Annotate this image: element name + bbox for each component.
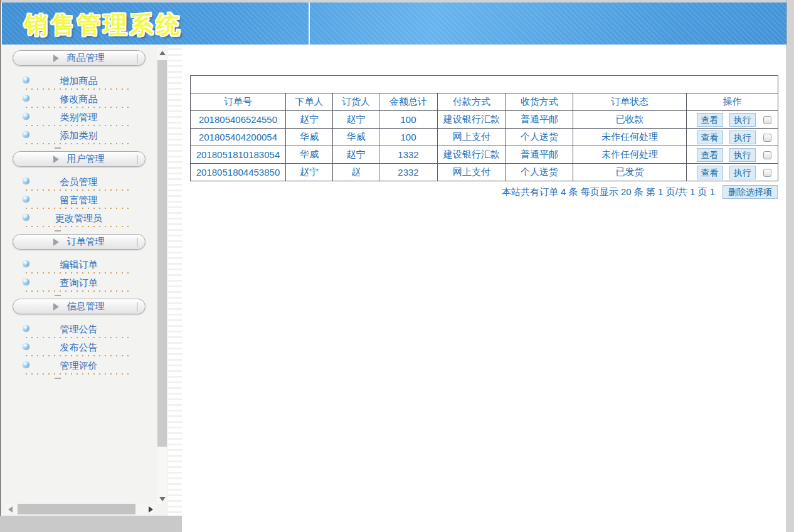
- cell-actions: 查看执行: [687, 164, 778, 181]
- sidebar-vertical-scrollbar[interactable]: [157, 48, 167, 504]
- dotted-divider: [26, 88, 132, 90]
- menu-item-manage-review[interactable]: 管理评价: [13, 359, 146, 377]
- row-checkbox[interactable]: [763, 134, 771, 142]
- window-right-edge: [786, 0, 794, 532]
- view-button[interactable]: 查看: [697, 166, 723, 179]
- header-divider: [309, 3, 310, 45]
- pill-mark: [137, 238, 138, 247]
- scroll-right-button[interactable]: [146, 504, 156, 514]
- menu-item-add-category[interactable]: 添加类别: [13, 129, 146, 147]
- table-title: 查看订单: [191, 76, 778, 93]
- cell-order-no: 2018051810183054: [191, 146, 286, 164]
- menu-item-label: 编辑订单: [60, 259, 98, 270]
- menu-item-manage-announcement[interactable]: 管理公告: [13, 322, 146, 341]
- group-button-product-management[interactable]: 商品管理: [13, 50, 146, 66]
- row-checkbox[interactable]: [763, 116, 771, 124]
- group-end-dash: [55, 147, 61, 149]
- window-bottom-edge: [0, 516, 182, 532]
- cell-status: 已发货: [573, 164, 687, 181]
- menu-group-order: 订单管理 编辑订单 查询订单: [2, 234, 156, 296]
- cell-actions: 查看执行: [687, 111, 778, 129]
- menu-group-user: 用户管理 会员管理 留言管理 更改管理员: [2, 151, 156, 231]
- arrow-down-icon: [159, 497, 166, 501]
- view-button[interactable]: 查看: [697, 148, 723, 162]
- main-content: 查看订单 订单号 下单人 订货人 金额总计 付款方式 收货方式 订单状态 操作 …: [182, 45, 786, 516]
- bullet-icon: [23, 260, 29, 267]
- menu-item-category-management[interactable]: 类别管理: [13, 110, 146, 129]
- menu-item-message-management[interactable]: 留言管理: [13, 193, 146, 211]
- group-button-info-management[interactable]: 信息管理: [13, 299, 146, 314]
- group-button-order-management[interactable]: 订单管理: [13, 234, 146, 250]
- bullet-icon: [23, 214, 29, 221]
- order-row: 201805404200054 华威 华威 100 网上支付 个人送货 未作任何…: [191, 129, 778, 146]
- horizontal-scrollbar-thumb[interactable]: [18, 504, 135, 514]
- pill-mark: [137, 302, 138, 312]
- execute-button[interactable]: 执行: [729, 166, 756, 179]
- menu-item-add-product[interactable]: 增加商品: [13, 74, 146, 92]
- menu-item-publish-announcement[interactable]: 发布公告: [13, 341, 146, 359]
- cell-status: 未作任何处理: [573, 129, 687, 146]
- cell-placer: 赵宁: [286, 164, 333, 181]
- view-button[interactable]: 查看: [697, 113, 723, 127]
- scroll-up-button[interactable]: [157, 48, 167, 58]
- menu-group-info: 信息管理 管理公告 发布公告 管理评价: [2, 299, 156, 379]
- arrow-right-icon: [149, 506, 153, 513]
- group-label: 信息管理: [67, 301, 105, 312]
- dotted-divider: [26, 125, 132, 126]
- pagination-bar: 本站共有订单 4 条 每页显示 20 条 第 1 页/共 1 页 1 删除选择项: [190, 185, 778, 199]
- group-label: 商品管理: [67, 52, 105, 64]
- order-row: 2018051804453850 赵宁 赵 2332 网上支付 个人送货 已发货…: [191, 164, 778, 181]
- cell-delivery: 普通平邮: [506, 111, 573, 129]
- bullet-icon: [23, 95, 29, 102]
- menu-item-label: 发布公告: [60, 342, 98, 353]
- order-row: 201805406524550 赵宁 赵宁 100 建设银行汇款 普通平邮 已收…: [191, 111, 778, 129]
- group-button-user-management[interactable]: 用户管理: [13, 151, 146, 167]
- app-header: 销售管理系统: [2, 3, 786, 45]
- table-header-row: 订单号 下单人 订货人 金额总计 付款方式 收货方式 订单状态 操作: [191, 93, 778, 111]
- menu-item-modify-product[interactable]: 修改商品: [13, 92, 146, 110]
- col-header-placer: 下单人: [286, 93, 333, 111]
- group-label: 用户管理: [67, 153, 105, 165]
- vertical-scrollbar-thumb[interactable]: [157, 60, 167, 447]
- bullet-icon: [23, 131, 29, 138]
- scroll-left-button[interactable]: [5, 504, 15, 514]
- menu-item-label: 添加类别: [60, 130, 98, 141]
- cell-payment: 网上支付: [438, 129, 506, 146]
- menu-item-member-management[interactable]: 会员管理: [13, 175, 146, 193]
- dotted-divider: [26, 272, 132, 274]
- dotted-divider: [26, 337, 132, 338]
- execute-button[interactable]: 执行: [729, 113, 756, 127]
- cell-delivery: 普通平邮: [506, 146, 573, 164]
- arrow-right-icon: [53, 156, 59, 163]
- table-title-row: 查看订单: [191, 76, 778, 93]
- arrow-left-icon: [8, 506, 13, 513]
- group-end-dash: [55, 378, 61, 379]
- row-checkbox[interactable]: [763, 151, 771, 159]
- pagination-summary: 本站共有订单 4 条 每页显示 20 条 第 1 页/共 1 页 1: [502, 186, 715, 198]
- order-row: 2018051810183054 华威 赵宁 1332 建设银行汇款 普通平邮 …: [191, 146, 778, 164]
- sidebar-horizontal-scrollbar[interactable]: [5, 504, 156, 514]
- cell-actions: 查看执行: [687, 129, 778, 146]
- menu-item-label: 管理评价: [60, 360, 98, 371]
- scroll-down-button[interactable]: [157, 494, 167, 504]
- menu-item-label: 类别管理: [60, 112, 98, 122]
- bullet-icon: [23, 361, 29, 368]
- cell-payment: 建设银行汇款: [438, 146, 506, 164]
- execute-button[interactable]: 执行: [729, 130, 756, 144]
- cell-orderer: 赵宁: [333, 111, 379, 129]
- dotted-divider: [26, 208, 132, 209]
- dotted-divider: [26, 143, 132, 144]
- menu-item-change-admin[interactable]: 更改管理员: [13, 211, 146, 230]
- cell-payment: 建设银行汇款: [438, 111, 506, 129]
- cell-total: 100: [379, 111, 438, 129]
- delete-selected-button[interactable]: 删除选择项: [723, 185, 778, 199]
- col-header-actions: 操作: [687, 93, 778, 111]
- menu-item-label: 更改管理员: [55, 213, 102, 223]
- view-button[interactable]: 查看: [697, 130, 723, 144]
- execute-button[interactable]: 执行: [729, 148, 756, 162]
- window-left-edge: [0, 0, 1, 532]
- cell-total: 1332: [379, 146, 438, 164]
- menu-item-query-order[interactable]: 查询订单: [13, 276, 146, 294]
- row-checkbox[interactable]: [763, 169, 771, 177]
- menu-item-edit-order[interactable]: 编辑订单: [13, 258, 146, 276]
